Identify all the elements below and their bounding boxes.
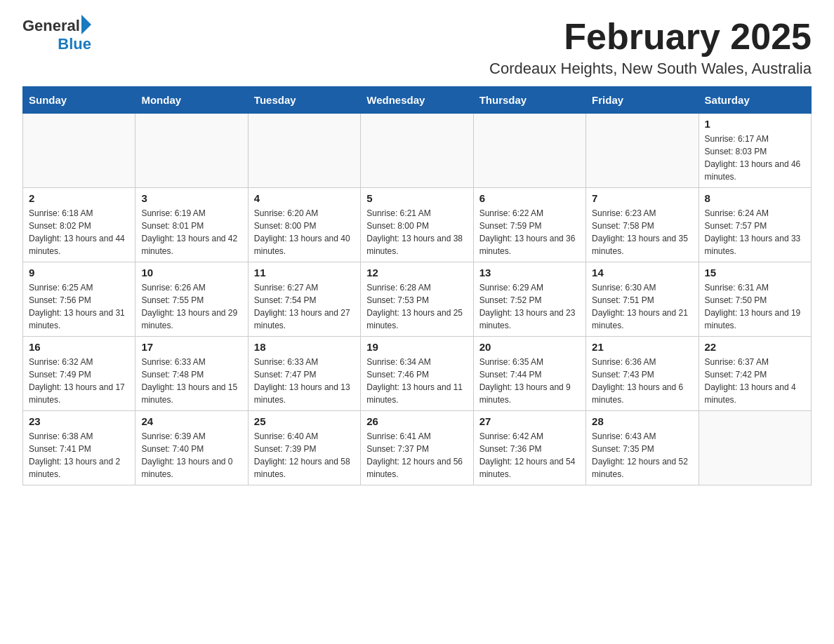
cell-sun-info: Sunrise: 6:41 AM Sunset: 7:37 PM Dayligh… bbox=[366, 430, 467, 481]
calendar-day-header: Monday bbox=[135, 87, 248, 114]
calendar-day-header: Thursday bbox=[473, 87, 585, 114]
cell-sun-info: Sunrise: 6:35 AM Sunset: 7:44 PM Dayligh… bbox=[479, 356, 580, 406]
cell-date-number: 12 bbox=[366, 267, 467, 279]
cell-date-number: 3 bbox=[141, 192, 241, 204]
cell-sun-info: Sunrise: 6:32 AM Sunset: 7:49 PM Dayligh… bbox=[29, 356, 129, 406]
calendar-cell: 12Sunrise: 6:28 AM Sunset: 7:53 PM Dayli… bbox=[361, 262, 473, 337]
calendar-cell: 23Sunrise: 6:38 AM Sunset: 7:41 PM Dayli… bbox=[23, 411, 135, 485]
calendar-cell: 25Sunrise: 6:40 AM Sunset: 7:39 PM Dayli… bbox=[248, 411, 360, 485]
cell-sun-info: Sunrise: 6:36 AM Sunset: 7:43 PM Dayligh… bbox=[592, 356, 692, 406]
cell-date-number: 14 bbox=[592, 267, 692, 279]
cell-date-number: 23 bbox=[29, 415, 129, 427]
calendar-cell: 22Sunrise: 6:37 AM Sunset: 7:42 PM Dayli… bbox=[699, 337, 811, 411]
cell-sun-info: Sunrise: 6:42 AM Sunset: 7:36 PM Dayligh… bbox=[479, 430, 580, 481]
logo-triangle-icon bbox=[81, 15, 91, 34]
cell-sun-info: Sunrise: 6:31 AM Sunset: 7:50 PM Dayligh… bbox=[705, 281, 805, 332]
calendar-cell: 26Sunrise: 6:41 AM Sunset: 7:37 PM Dayli… bbox=[361, 411, 473, 485]
cell-sun-info: Sunrise: 6:17 AM Sunset: 8:03 PM Dayligh… bbox=[705, 133, 805, 183]
logo: General Blue bbox=[22, 17, 91, 53]
calendar-cell: 9Sunrise: 6:25 AM Sunset: 7:56 PM Daylig… bbox=[23, 262, 135, 337]
calendar-cell: 21Sunrise: 6:36 AM Sunset: 7:43 PM Dayli… bbox=[586, 337, 699, 411]
calendar-body: 1Sunrise: 6:17 AM Sunset: 8:03 PM Daylig… bbox=[23, 114, 812, 485]
calendar-cell: 13Sunrise: 6:29 AM Sunset: 7:52 PM Dayli… bbox=[473, 262, 585, 337]
page-subtitle: Cordeaux Heights, New South Wales, Austr… bbox=[489, 60, 812, 78]
calendar-cell: 18Sunrise: 6:33 AM Sunset: 7:47 PM Dayli… bbox=[248, 337, 360, 411]
cell-sun-info: Sunrise: 6:38 AM Sunset: 7:41 PM Dayligh… bbox=[29, 430, 129, 481]
calendar-cell: 10Sunrise: 6:26 AM Sunset: 7:55 PM Dayli… bbox=[135, 262, 248, 337]
calendar-week-row: 9Sunrise: 6:25 AM Sunset: 7:56 PM Daylig… bbox=[23, 262, 812, 337]
calendar-cell bbox=[135, 114, 248, 188]
calendar-cell: 28Sunrise: 6:43 AM Sunset: 7:35 PM Dayli… bbox=[586, 411, 699, 485]
calendar-cell bbox=[23, 114, 135, 188]
cell-date-number: 6 bbox=[479, 192, 580, 204]
calendar-cell bbox=[361, 114, 473, 188]
cell-date-number: 25 bbox=[254, 415, 355, 427]
cell-date-number: 7 bbox=[592, 192, 692, 204]
cell-date-number: 8 bbox=[705, 192, 805, 204]
calendar-cell: 3Sunrise: 6:19 AM Sunset: 8:01 PM Daylig… bbox=[135, 188, 248, 262]
cell-date-number: 20 bbox=[479, 341, 580, 353]
cell-date-number: 10 bbox=[141, 267, 241, 279]
cell-sun-info: Sunrise: 6:34 AM Sunset: 7:46 PM Dayligh… bbox=[366, 356, 467, 406]
calendar-cell: 5Sunrise: 6:21 AM Sunset: 8:00 PM Daylig… bbox=[361, 188, 473, 262]
calendar-cell: 17Sunrise: 6:33 AM Sunset: 7:48 PM Dayli… bbox=[135, 337, 248, 411]
calendar-cell: 6Sunrise: 6:22 AM Sunset: 7:59 PM Daylig… bbox=[473, 188, 585, 262]
cell-sun-info: Sunrise: 6:33 AM Sunset: 7:47 PM Dayligh… bbox=[254, 356, 355, 406]
cell-date-number: 1 bbox=[705, 118, 805, 130]
logo-general-text: General bbox=[22, 17, 80, 35]
cell-sun-info: Sunrise: 6:28 AM Sunset: 7:53 PM Dayligh… bbox=[366, 281, 467, 332]
cell-date-number: 9 bbox=[29, 267, 129, 279]
calendar-cell: 1Sunrise: 6:17 AM Sunset: 8:03 PM Daylig… bbox=[699, 114, 811, 188]
calendar-cell: 15Sunrise: 6:31 AM Sunset: 7:50 PM Dayli… bbox=[699, 262, 811, 337]
cell-sun-info: Sunrise: 6:18 AM Sunset: 8:02 PM Dayligh… bbox=[29, 207, 129, 257]
cell-sun-info: Sunrise: 6:27 AM Sunset: 7:54 PM Dayligh… bbox=[254, 281, 355, 332]
cell-date-number: 16 bbox=[29, 341, 129, 353]
calendar-cell bbox=[586, 114, 699, 188]
cell-date-number: 5 bbox=[366, 192, 467, 204]
calendar-cell: 7Sunrise: 6:23 AM Sunset: 7:58 PM Daylig… bbox=[586, 188, 699, 262]
calendar-cell: 19Sunrise: 6:34 AM Sunset: 7:46 PM Dayli… bbox=[361, 337, 473, 411]
cell-date-number: 19 bbox=[366, 341, 467, 353]
cell-date-number: 13 bbox=[479, 267, 580, 279]
logo-blue-text: Blue bbox=[58, 35, 91, 53]
calendar-cell: 4Sunrise: 6:20 AM Sunset: 8:00 PM Daylig… bbox=[248, 188, 360, 262]
calendar-day-header: Sunday bbox=[23, 87, 135, 114]
calendar-day-header: Saturday bbox=[699, 87, 811, 114]
cell-date-number: 15 bbox=[705, 267, 805, 279]
calendar-cell: 11Sunrise: 6:27 AM Sunset: 7:54 PM Dayli… bbox=[248, 262, 360, 337]
cell-sun-info: Sunrise: 6:21 AM Sunset: 8:00 PM Dayligh… bbox=[366, 207, 467, 257]
calendar-cell: 16Sunrise: 6:32 AM Sunset: 7:49 PM Dayli… bbox=[23, 337, 135, 411]
cell-date-number: 18 bbox=[254, 341, 355, 353]
cell-date-number: 24 bbox=[141, 415, 241, 427]
cell-date-number: 28 bbox=[592, 415, 692, 427]
calendar-cell: 8Sunrise: 6:24 AM Sunset: 7:57 PM Daylig… bbox=[699, 188, 811, 262]
calendar-cell: 20Sunrise: 6:35 AM Sunset: 7:44 PM Dayli… bbox=[473, 337, 585, 411]
calendar-cell: 2Sunrise: 6:18 AM Sunset: 8:02 PM Daylig… bbox=[23, 188, 135, 262]
cell-sun-info: Sunrise: 6:39 AM Sunset: 7:40 PM Dayligh… bbox=[141, 430, 241, 481]
calendar-cell: 27Sunrise: 6:42 AM Sunset: 7:36 PM Dayli… bbox=[473, 411, 585, 485]
cell-sun-info: Sunrise: 6:37 AM Sunset: 7:42 PM Dayligh… bbox=[705, 356, 805, 406]
calendar-cell: 24Sunrise: 6:39 AM Sunset: 7:40 PM Dayli… bbox=[135, 411, 248, 485]
cell-sun-info: Sunrise: 6:22 AM Sunset: 7:59 PM Dayligh… bbox=[479, 207, 580, 257]
calendar-cell bbox=[473, 114, 585, 188]
calendar-week-row: 23Sunrise: 6:38 AM Sunset: 7:41 PM Dayli… bbox=[23, 411, 812, 485]
cell-sun-info: Sunrise: 6:30 AM Sunset: 7:51 PM Dayligh… bbox=[592, 281, 692, 332]
cell-sun-info: Sunrise: 6:19 AM Sunset: 8:01 PM Dayligh… bbox=[141, 207, 241, 257]
calendar-week-row: 16Sunrise: 6:32 AM Sunset: 7:49 PM Dayli… bbox=[23, 337, 812, 411]
cell-date-number: 22 bbox=[705, 341, 805, 353]
page-title: February 2025 bbox=[489, 17, 812, 57]
cell-sun-info: Sunrise: 6:40 AM Sunset: 7:39 PM Dayligh… bbox=[254, 430, 355, 481]
calendar-day-header: Friday bbox=[586, 87, 699, 114]
cell-date-number: 26 bbox=[366, 415, 467, 427]
cell-sun-info: Sunrise: 6:29 AM Sunset: 7:52 PM Dayligh… bbox=[479, 281, 580, 332]
page-header: General Blue February 2025 Cordeaux Heig… bbox=[22, 17, 812, 78]
cell-date-number: 27 bbox=[479, 415, 580, 427]
cell-date-number: 11 bbox=[254, 267, 355, 279]
cell-date-number: 21 bbox=[592, 341, 692, 353]
calendar-day-header: Wednesday bbox=[361, 87, 473, 114]
cell-sun-info: Sunrise: 6:20 AM Sunset: 8:00 PM Dayligh… bbox=[254, 207, 355, 257]
calendar-week-row: 1Sunrise: 6:17 AM Sunset: 8:03 PM Daylig… bbox=[23, 114, 812, 188]
title-block: February 2025 Cordeaux Heights, New Sout… bbox=[489, 17, 812, 78]
cell-sun-info: Sunrise: 6:23 AM Sunset: 7:58 PM Dayligh… bbox=[592, 207, 692, 257]
cell-sun-info: Sunrise: 6:33 AM Sunset: 7:48 PM Dayligh… bbox=[141, 356, 241, 406]
